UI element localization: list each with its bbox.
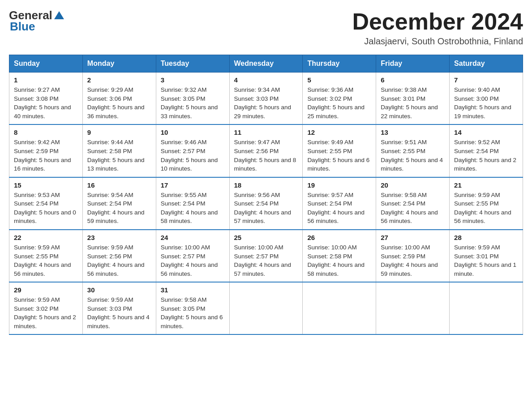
day-number: 5 xyxy=(307,76,371,84)
calendar-cell: 12Sunrise: 9:49 AMSunset: 2:55 PMDayligh… xyxy=(303,124,376,177)
calendar-cell xyxy=(450,282,523,334)
svg-marker-0 xyxy=(54,11,64,19)
calendar-cell: 5Sunrise: 9:36 AMSunset: 3:02 PMDaylight… xyxy=(303,73,376,125)
header-saturday: Saturday xyxy=(450,55,523,73)
logo: General Blue xyxy=(9,9,64,33)
calendar-table: SundayMondayTuesdayWednesdayThursdayFrid… xyxy=(9,55,523,335)
day-number: 29 xyxy=(14,286,78,294)
month-year-title: December 2024 xyxy=(352,9,523,34)
day-number: 24 xyxy=(161,234,225,241)
calendar-cell xyxy=(376,282,450,334)
calendar-cell: 9Sunrise: 9:44 AMSunset: 2:58 PMDaylight… xyxy=(82,124,156,177)
calendar-cell xyxy=(229,282,303,334)
day-number: 7 xyxy=(454,76,518,84)
calendar-cell: 27Sunrise: 10:00 AMSunset: 2:59 PMDaylig… xyxy=(376,230,450,282)
calendar-cell: 13Sunrise: 9:51 AMSunset: 2:55 PMDayligh… xyxy=(376,124,450,177)
day-number: 2 xyxy=(87,76,151,84)
day-info: Sunrise: 9:49 AMSunset: 2:55 PMDaylight:… xyxy=(307,138,371,173)
day-info: Sunrise: 9:57 AMSunset: 2:54 PMDaylight:… xyxy=(307,191,371,226)
calendar-cell xyxy=(303,282,376,334)
day-number: 1 xyxy=(14,76,78,84)
calendar-cell: 2Sunrise: 9:29 AMSunset: 3:06 PMDaylight… xyxy=(82,73,156,125)
day-info: Sunrise: 9:36 AMSunset: 3:02 PMDaylight:… xyxy=(307,86,371,120)
calendar-cell: 18Sunrise: 9:56 AMSunset: 2:54 PMDayligh… xyxy=(229,177,303,230)
logo-text-blue: Blue xyxy=(9,20,64,33)
day-number: 6 xyxy=(381,76,445,84)
day-number: 8 xyxy=(14,128,78,136)
day-info: Sunrise: 9:58 AMSunset: 2:54 PMDaylight:… xyxy=(381,191,445,226)
header-tuesday: Tuesday xyxy=(156,55,229,73)
day-info: Sunrise: 9:27 AMSunset: 3:08 PMDaylight:… xyxy=(14,86,78,120)
calendar-cell: 21Sunrise: 9:59 AMSunset: 2:55 PMDayligh… xyxy=(450,177,523,230)
day-number: 23 xyxy=(87,234,151,241)
page-header: General Blue December 2024 Jalasjaervi, … xyxy=(9,9,523,47)
day-info: Sunrise: 9:46 AMSunset: 2:57 PMDaylight:… xyxy=(161,138,225,173)
day-number: 28 xyxy=(454,234,518,241)
day-info: Sunrise: 9:38 AMSunset: 3:01 PMDaylight:… xyxy=(381,86,445,120)
day-info: Sunrise: 9:59 AMSunset: 3:03 PMDaylight:… xyxy=(87,295,151,330)
day-info: Sunrise: 9:54 AMSunset: 2:54 PMDaylight:… xyxy=(87,191,151,226)
day-info: Sunrise: 9:58 AMSunset: 3:05 PMDaylight:… xyxy=(161,295,225,330)
day-number: 3 xyxy=(161,76,225,84)
day-number: 18 xyxy=(234,181,298,189)
day-number: 17 xyxy=(161,181,225,189)
day-info: Sunrise: 9:59 AMSunset: 2:56 PMDaylight:… xyxy=(87,243,151,278)
calendar-cell: 30Sunrise: 9:59 AMSunset: 3:03 PMDayligh… xyxy=(82,282,156,334)
day-info: Sunrise: 10:00 AMSunset: 2:57 PMDaylight… xyxy=(234,243,298,278)
day-info: Sunrise: 9:40 AMSunset: 3:00 PMDaylight:… xyxy=(454,86,518,120)
week-row-2: 8Sunrise: 9:42 AMSunset: 2:59 PMDaylight… xyxy=(9,124,523,177)
day-number: 13 xyxy=(381,128,445,136)
day-number: 25 xyxy=(234,234,298,241)
calendar-cell: 26Sunrise: 10:00 AMSunset: 2:58 PMDaylig… xyxy=(303,230,376,282)
calendar-cell: 15Sunrise: 9:53 AMSunset: 2:54 PMDayligh… xyxy=(9,177,83,230)
calendar-cell: 16Sunrise: 9:54 AMSunset: 2:54 PMDayligh… xyxy=(82,177,156,230)
week-row-3: 15Sunrise: 9:53 AMSunset: 2:54 PMDayligh… xyxy=(9,177,523,230)
calendar-cell: 31Sunrise: 9:58 AMSunset: 3:05 PMDayligh… xyxy=(156,282,229,334)
day-info: Sunrise: 10:00 AMSunset: 2:59 PMDaylight… xyxy=(381,243,445,278)
day-info: Sunrise: 9:59 AMSunset: 3:01 PMDaylight:… xyxy=(454,243,518,278)
week-row-5: 29Sunrise: 9:59 AMSunset: 3:02 PMDayligh… xyxy=(9,282,523,334)
title-block: December 2024 Jalasjaervi, South Ostrobo… xyxy=(352,9,523,47)
day-number: 10 xyxy=(161,128,225,136)
calendar-cell: 3Sunrise: 9:32 AMSunset: 3:05 PMDaylight… xyxy=(156,73,229,125)
day-number: 31 xyxy=(161,286,225,294)
calendar-cell: 22Sunrise: 9:59 AMSunset: 2:55 PMDayligh… xyxy=(9,230,83,282)
header-friday: Friday xyxy=(376,55,450,73)
day-info: Sunrise: 9:56 AMSunset: 2:54 PMDaylight:… xyxy=(234,191,298,226)
header-sunday: Sunday xyxy=(9,55,83,73)
day-info: Sunrise: 9:52 AMSunset: 2:54 PMDaylight:… xyxy=(454,138,518,173)
day-number: 12 xyxy=(307,128,371,136)
week-row-1: 1Sunrise: 9:27 AMSunset: 3:08 PMDaylight… xyxy=(9,73,523,125)
calendar-cell: 19Sunrise: 9:57 AMSunset: 2:54 PMDayligh… xyxy=(303,177,376,230)
day-info: Sunrise: 9:47 AMSunset: 2:56 PMDaylight:… xyxy=(234,138,298,173)
header-monday: Monday xyxy=(82,55,156,73)
day-info: Sunrise: 9:59 AMSunset: 3:02 PMDaylight:… xyxy=(14,295,78,330)
header-wednesday: Wednesday xyxy=(229,55,303,73)
calendar-cell: 20Sunrise: 9:58 AMSunset: 2:54 PMDayligh… xyxy=(376,177,450,230)
day-number: 22 xyxy=(14,234,78,241)
day-info: Sunrise: 9:59 AMSunset: 2:55 PMDaylight:… xyxy=(454,191,518,226)
calendar-cell: 7Sunrise: 9:40 AMSunset: 3:00 PMDaylight… xyxy=(450,73,523,125)
day-number: 4 xyxy=(234,76,298,84)
day-info: Sunrise: 9:29 AMSunset: 3:06 PMDaylight:… xyxy=(87,86,151,120)
day-number: 9 xyxy=(87,128,151,136)
week-row-4: 22Sunrise: 9:59 AMSunset: 2:55 PMDayligh… xyxy=(9,230,523,282)
day-number: 15 xyxy=(14,181,78,189)
calendar-cell: 6Sunrise: 9:38 AMSunset: 3:01 PMDaylight… xyxy=(376,73,450,125)
calendar-cell: 25Sunrise: 10:00 AMSunset: 2:57 PMDaylig… xyxy=(229,230,303,282)
day-number: 14 xyxy=(454,128,518,136)
calendar-cell: 1Sunrise: 9:27 AMSunset: 3:08 PMDaylight… xyxy=(9,73,83,125)
day-number: 26 xyxy=(307,234,371,241)
day-number: 16 xyxy=(87,181,151,189)
calendar-cell: 8Sunrise: 9:42 AMSunset: 2:59 PMDaylight… xyxy=(9,124,83,177)
calendar-cell: 10Sunrise: 9:46 AMSunset: 2:57 PMDayligh… xyxy=(156,124,229,177)
calendar-cell: 17Sunrise: 9:55 AMSunset: 2:54 PMDayligh… xyxy=(156,177,229,230)
day-info: Sunrise: 9:34 AMSunset: 3:03 PMDaylight:… xyxy=(234,86,298,120)
day-number: 21 xyxy=(454,181,518,189)
day-info: Sunrise: 9:44 AMSunset: 2:58 PMDaylight:… xyxy=(87,138,151,173)
day-info: Sunrise: 9:42 AMSunset: 2:59 PMDaylight:… xyxy=(14,138,78,173)
calendar-cell: 29Sunrise: 9:59 AMSunset: 3:02 PMDayligh… xyxy=(9,282,83,334)
day-info: Sunrise: 9:55 AMSunset: 2:54 PMDaylight:… xyxy=(161,191,225,226)
day-number: 30 xyxy=(87,286,151,294)
day-number: 11 xyxy=(234,128,298,136)
